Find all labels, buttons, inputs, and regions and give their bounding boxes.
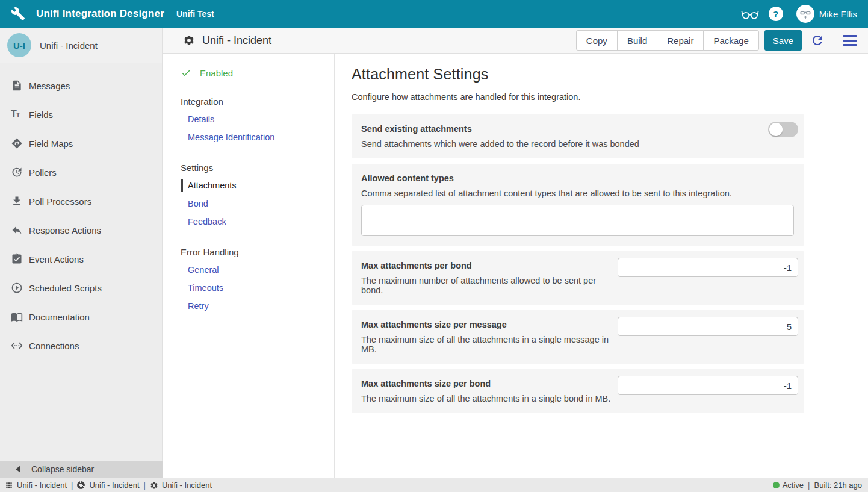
built-label: Built: 21h ago (814, 481, 862, 490)
action-button-group: Copy Build Repair Package (576, 30, 759, 51)
glasses-icon[interactable] (740, 4, 760, 24)
nav-section-error-handling: Error Handling General Timeouts Retry (181, 244, 334, 315)
top-bar: Unifi Integration Designer Unifi Test ? … (0, 0, 868, 28)
menu-icon[interactable] (843, 35, 857, 46)
integration-name: Unifi - Incident (40, 40, 98, 51)
copy-button[interactable]: Copy (576, 30, 618, 51)
page-header: Unifi - Incident Copy Build Repair Packa… (163, 28, 868, 54)
play-circle-icon (11, 282, 23, 294)
repair-button[interactable]: Repair (657, 30, 704, 51)
nav-section-settings: Settings Attachments Bond Feedback (181, 160, 334, 231)
document-icon (11, 79, 23, 92)
active-status-icon (773, 482, 780, 488)
nav-link-message-identification[interactable]: Message Identification (181, 128, 334, 146)
nav-link-retry[interactable]: Retry (181, 297, 334, 315)
sidebar-item-response-actions[interactable]: Response Actions (0, 216, 162, 244)
nav-link-timeouts[interactable]: Timeouts (181, 279, 334, 297)
allowed-content-types-input[interactable] (361, 205, 794, 236)
settings-nav: Enabled Integration Details Message Iden… (163, 54, 335, 478)
integration-avatar: U-I (7, 33, 31, 57)
sidebar: U-I Unifi - Incident Messages TT Fields … (0, 28, 163, 478)
nav-section-title: Error Handling (181, 244, 334, 261)
statusbar-crumb-app[interactable]: Unifi - Incident (5, 481, 67, 490)
sidebar-item-scheduled-scripts[interactable]: Scheduled Scripts (0, 273, 162, 302)
reply-icon (11, 224, 23, 236)
sidebar-header[interactable]: U-I Unifi - Incident (0, 28, 162, 63)
nav-link-attachments[interactable]: Attachments (181, 176, 334, 195)
sidebar-item-event-actions[interactable]: Event Actions (0, 244, 162, 273)
gear-icon (150, 481, 158, 490)
save-button[interactable]: Save (764, 30, 802, 51)
enabled-status[interactable]: Enabled (181, 66, 334, 80)
nav-section-integration: Integration Details Message Identificati… (181, 93, 334, 146)
environment-name[interactable]: Unifi Test (176, 9, 214, 19)
sidebar-menu: Messages TT Fields Field Maps Pollers Po… (0, 71, 162, 360)
status-bar: Unifi - Incident | Unifi - Incident | Un… (0, 478, 868, 492)
user-avatar[interactable] (796, 5, 814, 23)
collapse-arrow-icon (16, 466, 20, 473)
send-existing-attachments-toggle[interactable] (768, 122, 798, 137)
sidebar-item-connections[interactable]: Connections (0, 331, 162, 360)
help-icon[interactable]: ? (769, 7, 783, 21)
statusbar-crumb-integration[interactable]: Unifi - Incident (77, 481, 139, 490)
setting-max-attachments-per-bond: Max attachments per bond The maximum num… (352, 251, 804, 305)
sidebar-item-documentation[interactable]: Documentation (0, 302, 162, 331)
nav-link-general[interactable]: General (181, 261, 334, 279)
main-content: Attachment Settings Configure how attach… (335, 54, 868, 478)
nav-link-feedback[interactable]: Feedback (181, 213, 334, 231)
gear-icon (183, 34, 195, 46)
book-icon (11, 311, 23, 323)
section-title: Attachment Settings (352, 66, 868, 83)
sidebar-item-messages[interactable]: Messages (0, 71, 162, 100)
user-name[interactable]: Mike Ellis (819, 9, 857, 19)
clipboard-check-icon (11, 253, 23, 265)
section-subtitle: Configure how attachments are handled fo… (352, 92, 868, 102)
max-attachments-per-bond-input[interactable] (618, 258, 798, 277)
directions-icon (11, 137, 23, 149)
setting-max-attachments-size-per-bond: Max attachments size per bond The maximu… (352, 369, 804, 413)
setting-send-existing-attachments: Send existing attachments Send attachmen… (352, 114, 804, 158)
page-title: Unifi - Incident (202, 34, 271, 47)
update-icon (11, 166, 23, 178)
nav-link-bond[interactable]: Bond (181, 195, 334, 213)
app-title: Unifi Integration Designer (36, 8, 164, 20)
segmented-circle-icon (77, 481, 85, 490)
max-attachments-size-per-bond-input[interactable] (618, 376, 798, 395)
collapse-sidebar-button[interactable]: Collapse sidebar (0, 461, 163, 478)
nav-section-title: Settings (181, 160, 334, 176)
grid-icon (5, 481, 13, 490)
text-fields-icon: TT (11, 108, 23, 120)
ethernet-icon (11, 340, 23, 352)
build-button[interactable]: Build (617, 30, 657, 51)
sidebar-item-pollers[interactable]: Pollers (0, 158, 162, 187)
setting-max-attachments-size-per-message: Max attachments size per message The max… (352, 310, 804, 364)
refresh-icon[interactable] (810, 33, 825, 48)
setting-allowed-content-types: Allowed content types Comma separated li… (352, 164, 804, 246)
sidebar-item-fields[interactable]: TT Fields (0, 100, 162, 129)
package-button[interactable]: Package (703, 30, 758, 51)
sidebar-item-poll-processors[interactable]: Poll Processors (0, 187, 162, 216)
active-status-label: Active (783, 481, 804, 490)
statusbar-crumb-settings[interactable]: Unifi - Incident (150, 481, 212, 490)
check-icon (181, 67, 191, 78)
sidebar-item-field-maps[interactable]: Field Maps (0, 129, 162, 158)
wrench-icon (11, 7, 25, 21)
max-attachments-size-per-message-input[interactable] (618, 317, 798, 336)
nav-section-title: Integration (181, 93, 334, 110)
download-icon (11, 195, 23, 207)
nav-link-details[interactable]: Details (181, 110, 334, 128)
enabled-label: Enabled (200, 68, 233, 78)
